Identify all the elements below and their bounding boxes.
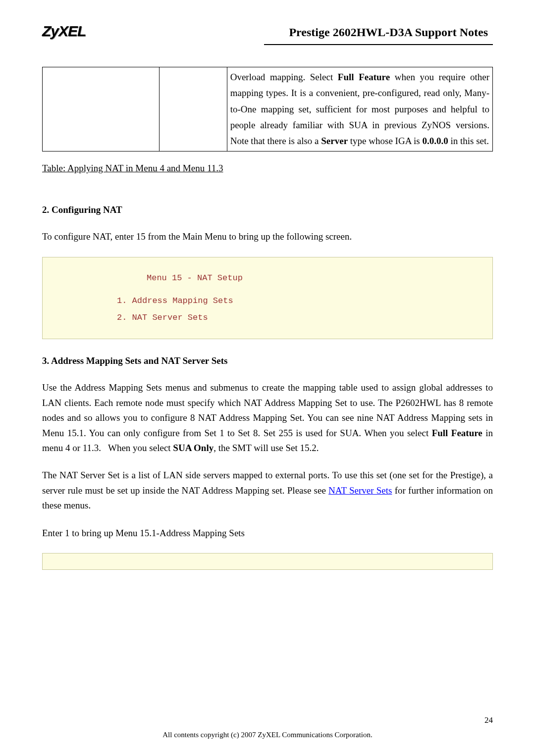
section-heading: 2. Configuring NAT [42, 203, 493, 217]
table-caption: Table: Applying NAT in Menu 4 and Menu 1… [42, 161, 493, 176]
logo: ZyXEL [42, 20, 86, 42]
table-row: Overload mapping. Select Full Feature wh… [43, 67, 493, 151]
document-title: Prestige 2602HWL-D3A Support Notes [264, 23, 493, 45]
menu-title: Menu 15 - NAT Setup [57, 270, 478, 287]
copyright-text: All contents copyright (c) 2007 ZyXEL Co… [162, 731, 373, 739]
page-header: ZyXEL Prestige 2602HWL-D3A Support Notes [42, 20, 493, 47]
nat-server-sets-link[interactable]: NAT Server Sets [328, 485, 392, 496]
table-cell [43, 67, 160, 151]
menu-15-screen: Menu 15 - NAT Setup 1. Address Mapping S… [42, 257, 493, 339]
section-heading: 3. Address Mapping Sets and NAT Server S… [42, 354, 493, 368]
menu-item: 2. NAT Server Sets [57, 309, 478, 326]
menu-screen-empty [42, 553, 493, 570]
nat-table: Overload mapping. Select Full Feature wh… [42, 67, 493, 151]
footer: All contents copyright (c) 2007 ZyXEL Co… [0, 727, 535, 742]
body-text: Use the Address Mapping Sets menus and s… [42, 380, 493, 455]
menu-item: 1. Address Mapping Sets [57, 293, 478, 309]
body-text: Enter 1 to bring up Menu 15.1-Address Ma… [42, 526, 493, 541]
body-text: To configure NAT, enter 15 from the Main… [42, 229, 493, 244]
table-cell: Overload mapping. Select Full Feature wh… [227, 67, 492, 151]
table-cell [160, 67, 227, 151]
page-number: 24 [484, 714, 493, 727]
body-text: The NAT Server Set is a list of LAN side… [42, 468, 493, 513]
